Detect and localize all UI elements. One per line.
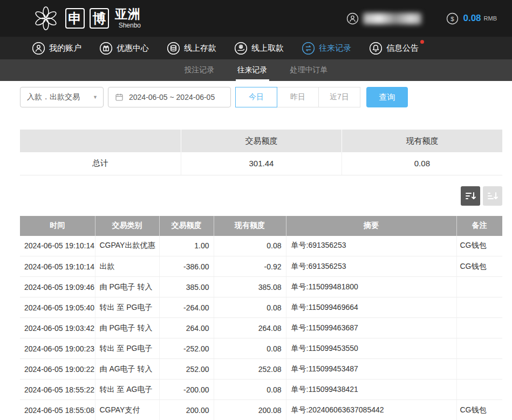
cell-amount: -200.00 <box>159 380 214 400</box>
sort-ascending-button[interactable] <box>483 186 502 206</box>
search-button[interactable]: 查询 <box>366 87 408 107</box>
cell-type: 出款 <box>95 256 159 277</box>
nav-item-account[interactable]: 我的账户 <box>30 40 83 56</box>
quick-button-today[interactable]: 今日 <box>235 87 277 107</box>
dollar-circle-icon: $ <box>446 12 459 25</box>
cell-time: 2024-06-05 19:09:46 <box>20 277 95 297</box>
page: 申 博 亚洲 Shenbo <box>0 0 512 420</box>
brand-char-2: 博 <box>90 8 109 29</box>
cell-note: CG钱包 <box>456 256 502 277</box>
table-row: 2024-06-05 19:09:46由 PG电子 转入385.00385.08… <box>20 277 502 297</box>
nav-item-label: 优惠中心 <box>117 43 149 53</box>
cell-note <box>456 318 502 338</box>
cell-note <box>456 297 502 318</box>
summary-total-balance: 0.08 <box>342 152 502 175</box>
cell-time: 2024-06-05 19:00:23 <box>20 338 95 359</box>
lotus-flower-icon <box>31 4 60 33</box>
cell-note: CG钱包 <box>456 236 502 256</box>
subnav-tab-transaction-records[interactable]: 往来记录 <box>236 59 269 81</box>
main-nav: 我的账户优惠中心线上存款线上取款往来记录信息公告 <box>0 37 512 59</box>
cell-summary: 单号:115099481800 <box>286 277 456 297</box>
user-account[interactable] <box>346 12 421 25</box>
quick-button-last7days[interactable]: 近7日 <box>318 87 360 107</box>
cell-amount: -252.00 <box>159 338 214 359</box>
cell-amount: 264.00 <box>159 318 214 338</box>
cell-balance: 0.08 <box>214 380 286 400</box>
nav-item-withdraw[interactable]: 线上取款 <box>233 40 285 56</box>
chevron-down-icon: ▼ <box>93 94 98 100</box>
table-row: 2024-06-05 19:03:42由 PG电子 转入264.00264.08… <box>20 318 502 338</box>
content: 入款．出款交易 ▼ 2024-06-05 ~ 2024-06-05 今日昨日近7… <box>0 87 512 420</box>
brand-char-1: 申 <box>65 8 85 29</box>
cell-amount: 252.00 <box>159 359 214 380</box>
nav-item-label: 往来记录 <box>319 43 351 53</box>
cell-balance: 252.08 <box>214 359 286 380</box>
subnav-tab-betting-records[interactable]: 投注记录 <box>183 59 216 81</box>
records-table: 时间交易类别交易额度现有额度摘要备注 2024-06-05 19:10:14CG… <box>20 216 502 420</box>
cell-note <box>456 277 502 297</box>
nav-item-label: 线上取款 <box>251 43 284 53</box>
cell-time: 2024-06-05 19:03:42 <box>20 318 95 338</box>
date-range-value: 2024-06-05 ~ 2024-06-05 <box>129 93 215 101</box>
summary-header-row: 交易额度 现有额度 <box>20 130 502 152</box>
notice-icon <box>369 42 383 55</box>
cell-type: 由 PG电子 转入 <box>95 277 159 297</box>
cell-balance: 0.08 <box>214 338 286 359</box>
account-icon <box>32 42 45 55</box>
transaction-type-value: 入款．出款交易 <box>27 92 80 102</box>
brand-region: 亚洲 <box>115 8 141 21</box>
cell-time: 2024-06-05 19:05:40 <box>20 297 95 318</box>
filter-bar: 入款．出款交易 ▼ 2024-06-05 ~ 2024-06-05 今日昨日近7… <box>20 87 502 107</box>
table-row: 2024-06-05 19:00:23转出 至 PG电子-252.000.08单… <box>20 338 502 359</box>
notification-dot <box>420 40 424 44</box>
cell-balance: -0.92 <box>214 256 286 277</box>
summary-header-balance: 现有额度 <box>342 130 502 152</box>
transaction-type-select[interactable]: 入款．出款交易 ▼ <box>20 87 104 107</box>
cell-summary: 单号:202406063637085442 <box>286 400 456 420</box>
brand-region-block: 亚洲 Shenbo <box>115 8 141 29</box>
topbar-right: $ 0.08 RMB <box>346 12 497 25</box>
cell-summary: 单号:115099463687 <box>286 318 456 338</box>
cell-summary: 单号:115099469664 <box>286 297 456 318</box>
cell-note <box>456 338 502 359</box>
date-range-picker[interactable]: 2024-06-05 ~ 2024-06-05 <box>108 87 231 107</box>
subnav-tab-pending-orders[interactable]: 处理中订单 <box>289 59 330 81</box>
table-row: 2024-06-05 18:55:08CGPAY支付200.00200.08单号… <box>20 400 502 420</box>
records-header-row: 时间交易类别交易额度现有额度摘要备注 <box>20 216 502 236</box>
col-header-type: 交易类别 <box>95 216 159 236</box>
nav-item-notice[interactable]: 信息公告 <box>367 40 420 56</box>
sort-descending-button[interactable] <box>461 186 480 206</box>
username-blurred <box>363 13 421 24</box>
nav-item-label: 我的账户 <box>49 43 81 53</box>
nav-item-records[interactable]: 往来记录 <box>300 40 353 56</box>
cell-time: 2024-06-05 19:10:14 <box>20 256 95 277</box>
cell-type: 转出 至 PG电子 <box>95 297 159 318</box>
sub-nav: 投注记录往来记录处理中订单 <box>0 59 512 81</box>
nav-item-promo[interactable]: 优惠中心 <box>98 40 151 56</box>
cell-type: CGPAY支付 <box>95 400 159 420</box>
nav-item-label: 信息公告 <box>386 43 419 53</box>
cell-summary: 单号:115099438421 <box>286 380 456 400</box>
calendar-icon <box>114 92 124 102</box>
cell-amount: 1.00 <box>159 236 214 256</box>
nav-item-deposit[interactable]: 线上存款 <box>165 40 218 56</box>
logo[interactable]: 申 博 亚洲 Shenbo <box>31 4 141 33</box>
col-header-balance: 现有额度 <box>214 216 286 236</box>
table-row: 2024-06-05 19:00:22由 AG电子 转入252.00252.08… <box>20 359 502 380</box>
records-icon <box>302 42 315 55</box>
summary-total-row: 总计 301.44 0.08 <box>20 152 502 175</box>
deposit-icon <box>167 42 180 55</box>
cell-balance: 385.08 <box>214 277 286 297</box>
col-header-note: 备注 <box>456 216 502 236</box>
nav-item-label: 线上存款 <box>184 43 216 53</box>
table-row: 2024-06-05 19:10:14CGPAY出款优惠1.000.08单号:6… <box>20 236 502 256</box>
balance[interactable]: $ 0.08 RMB <box>446 12 497 25</box>
quick-button-yesterday[interactable]: 昨日 <box>277 87 319 107</box>
cell-amount: -264.00 <box>159 297 214 318</box>
cell-summary: 单号:115099453487 <box>286 359 456 380</box>
cell-balance: 0.08 <box>214 297 286 318</box>
cell-summary: 单号:115099453550 <box>286 338 456 359</box>
cell-time: 2024-06-05 18:55:22 <box>20 380 95 400</box>
records-body: 2024-06-05 19:10:14CGPAY出款优惠1.000.08单号:6… <box>20 236 502 420</box>
withdraw-icon <box>234 42 248 55</box>
